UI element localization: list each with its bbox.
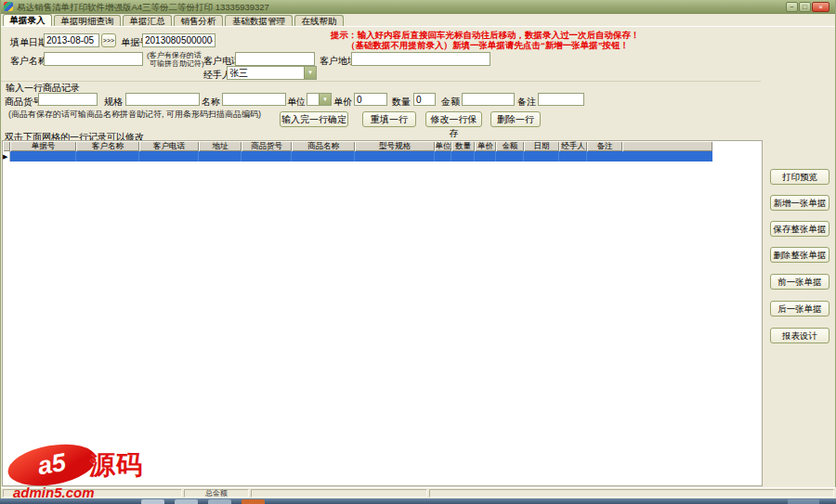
col-customer-phone[interactable]: 客户电话 xyxy=(139,141,199,151)
tab-online-help[interactable]: 在线帮助 xyxy=(294,15,344,26)
tab-page-border xyxy=(1,26,835,27)
customer-addr-input[interactable] xyxy=(351,52,490,66)
price-label: 单价 xyxy=(333,96,352,109)
taskbar-button[interactable] xyxy=(141,499,164,504)
cell[interactable] xyxy=(10,151,76,162)
tab-order-entry[interactable]: 单据录入 xyxy=(3,14,52,26)
customer-name-label: 客户名称 xyxy=(10,55,47,68)
save-order-button[interactable]: 保存整张单据 xyxy=(770,221,829,237)
col-amount[interactable]: 金额 xyxy=(496,141,524,151)
handler-select[interactable]: 张三 ▼ xyxy=(227,66,317,80)
taskbar[interactable] xyxy=(0,498,836,504)
tab-sales-analysis[interactable]: 销售分析 xyxy=(174,15,223,26)
tab-base-data[interactable]: 基础数据管理 xyxy=(225,15,293,26)
next-order-button[interactable]: 后一张单据 xyxy=(770,301,829,317)
cell[interactable] xyxy=(524,151,559,162)
cell[interactable] xyxy=(475,151,496,162)
unit-select[interactable]: ▼ xyxy=(307,93,332,106)
cell[interactable] xyxy=(435,151,451,162)
status-bar: 总金额 xyxy=(1,487,836,498)
prev-order-button[interactable]: 前一张单据 xyxy=(770,274,829,290)
col-unit[interactable]: 单位 xyxy=(435,141,451,151)
customer-phone-input[interactable] xyxy=(235,52,315,66)
handler-value: 张三 xyxy=(229,68,248,78)
fill-date-input[interactable] xyxy=(44,33,99,47)
cell[interactable] xyxy=(199,151,242,162)
minimize-icon[interactable]: − xyxy=(786,2,798,12)
modify-line-save-button[interactable]: 修改一行保存 xyxy=(425,111,482,127)
new-order-button[interactable]: 新增一张单据 xyxy=(770,195,829,211)
app-window: 易达销售清单打印软件增强版A4三等份二等份打印 13335939327 − □ … xyxy=(0,0,836,498)
cell[interactable] xyxy=(76,151,139,162)
amount-label: 金额 xyxy=(441,96,460,109)
grid-header-row: 单据号 客户名称 客户电话 地址 商品货号 商品名称 型号规格 单位 数量 单价… xyxy=(3,141,712,151)
cell[interactable] xyxy=(242,151,292,162)
cell[interactable] xyxy=(496,151,524,162)
tab-order-detail-query[interactable]: 单据明细查询 xyxy=(54,15,121,26)
col-item-no[interactable]: 商品货号 xyxy=(242,141,292,151)
app-icon xyxy=(4,2,13,11)
refill-line-button[interactable]: 重填一行 xyxy=(362,111,416,127)
item-no-label: 商品货号 xyxy=(5,96,42,109)
hint-line-2: （基础数据不用提前录入）新填一张单据请先点击“新增一张单据”按钮！ xyxy=(346,40,629,52)
col-date[interactable]: 日期 xyxy=(524,141,559,151)
tab-order-summary[interactable]: 单据汇总 xyxy=(123,15,172,26)
order-grid[interactable]: 单据号 客户名称 客户电话 地址 商品货号 商品名称 型号规格 单位 数量 单价… xyxy=(2,140,763,486)
col-customer-name[interactable]: 客户名称 xyxy=(76,141,139,151)
status-panel-right xyxy=(429,489,834,498)
order-no-input[interactable] xyxy=(142,33,216,47)
cell[interactable] xyxy=(587,151,622,162)
total-amount-value xyxy=(251,489,427,498)
print-preview-button[interactable]: 打印预览 xyxy=(770,169,829,185)
unit-label: 单位 xyxy=(287,96,306,109)
selected-row[interactable]: ▶ xyxy=(3,151,712,162)
cell[interactable] xyxy=(292,151,355,162)
window-title: 易达销售清单打印软件增强版A4三等份二等份打印 13335939327 xyxy=(17,2,269,14)
remark-input[interactable] xyxy=(538,93,584,106)
cell[interactable] xyxy=(355,151,435,162)
taskbar-button[interactable] xyxy=(175,499,198,504)
cell-filler[interactable] xyxy=(622,151,712,162)
name-label: 名称 xyxy=(202,96,220,109)
row-indicator-icon: ▶ xyxy=(3,151,10,162)
col-filler xyxy=(622,141,712,151)
price-input[interactable] xyxy=(354,93,387,106)
col-order-no[interactable]: 单据号 xyxy=(10,141,76,151)
cell[interactable] xyxy=(139,151,199,162)
col-item-name[interactable]: 商品名称 xyxy=(292,141,355,151)
confirm-line-button[interactable]: 输入完一行确定 xyxy=(280,111,348,127)
taskbar-button[interactable] xyxy=(242,499,265,504)
customer-note-line2: 可输拼音助记符) xyxy=(150,58,204,69)
cell[interactable] xyxy=(559,151,587,162)
delete-line-button[interactable]: 删除一行 xyxy=(490,111,541,127)
item-no-input[interactable] xyxy=(38,93,98,106)
maximize-icon[interactable]: □ xyxy=(799,2,811,12)
tab-bar: 单据录入 单据明细查询 单据汇总 销售分析 基础数据管理 在线帮助 xyxy=(1,14,835,26)
cell[interactable] xyxy=(451,151,475,162)
col-handler[interactable]: 经手人 xyxy=(559,141,587,151)
qty-label: 数量 xyxy=(392,96,411,109)
col-price[interactable]: 单价 xyxy=(475,141,496,151)
delete-order-button[interactable]: 删除整张单据 xyxy=(770,247,829,263)
taskbar-tray xyxy=(788,499,819,504)
group-divider xyxy=(1,81,761,82)
spec-label: 规格 xyxy=(104,96,123,109)
taskbar-button[interactable] xyxy=(208,499,231,504)
close-icon[interactable]: × xyxy=(812,2,829,12)
spec-input[interactable] xyxy=(125,93,200,106)
amount-input[interactable] xyxy=(462,93,515,106)
chevron-down-icon[interactable]: ▼ xyxy=(319,94,331,105)
customer-name-input[interactable] xyxy=(44,52,143,66)
grid-header-indicator xyxy=(3,141,10,151)
name-input[interactable] xyxy=(222,93,286,106)
qty-input[interactable] xyxy=(413,93,436,106)
fill-date-label: 填单日期 xyxy=(10,36,47,49)
col-address[interactable]: 地址 xyxy=(199,141,242,151)
col-model-spec[interactable]: 型号规格 xyxy=(355,141,435,151)
col-qty[interactable]: 数量 xyxy=(451,141,475,151)
status-panel-left xyxy=(3,489,182,498)
chevron-down-icon[interactable]: ▼ xyxy=(304,67,316,79)
date-picker-button[interactable]: >>> xyxy=(101,33,116,47)
report-design-button[interactable]: 报表设计 xyxy=(770,328,829,343)
col-remark[interactable]: 备注 xyxy=(587,141,622,151)
